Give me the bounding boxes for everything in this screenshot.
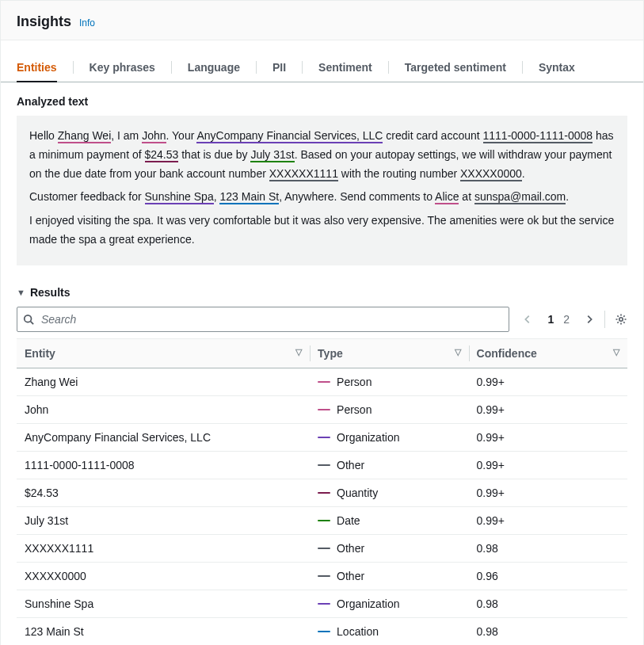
type-swatch (318, 631, 330, 633)
analyzed-paragraph-1: Hello Zhang Wei, I am John. Your AnyComp… (29, 127, 615, 183)
tab-separator (522, 61, 523, 74)
column-entity[interactable]: Entity▽ (17, 338, 310, 368)
table-row[interactable]: 123 Main StLocation0.98 (17, 617, 627, 645)
cell-confidence: 0.99+ (469, 395, 627, 423)
highlighted-entity: Sunshine Spa (145, 190, 214, 204)
table-row[interactable]: Sunshine SpaOrganization0.98 (17, 590, 627, 617)
type-swatch (318, 520, 330, 522)
separator (604, 311, 605, 328)
table-row[interactable]: XXXXXX1111Other0.98 (17, 534, 627, 562)
analyzed-paragraph-2: Customer feedback for Sunshine Spa, 123 … (29, 188, 615, 207)
table-row[interactable]: $24.53Quantity0.99+ (17, 479, 627, 506)
highlighted-entity: sunspa@mail.com (474, 190, 566, 204)
page-2[interactable]: 2 (563, 313, 570, 326)
search-wrapper (17, 307, 509, 332)
caret-down-icon: ▼ (17, 288, 25, 297)
table-body: Zhang WeiPerson0.99+JohnPerson0.99+AnyCo… (17, 368, 627, 645)
type-swatch (318, 437, 330, 439)
cell-confidence: 0.99+ (469, 423, 627, 451)
tab-key-phrases[interactable]: Key phrases (90, 53, 155, 82)
sort-icon: ▽ (295, 347, 302, 357)
highlighted-entity: AnyCompany Financial Services, LLC (196, 129, 383, 143)
panel-title: Insights (17, 13, 71, 30)
page-1[interactable]: 1 (547, 313, 554, 326)
table-row[interactable]: JohnPerson0.99+ (17, 395, 627, 423)
tab-sentiment[interactable]: Sentiment (318, 53, 372, 82)
cell-entity: XXXXX0000 (17, 562, 310, 590)
tabs-bar: EntitiesKey phrasesLanguagePIISentimentT… (1, 53, 643, 82)
cell-entity: $24.53 (17, 479, 310, 506)
tab-language[interactable]: Language (188, 53, 240, 82)
results-heading: Results (30, 286, 70, 299)
type-swatch (318, 409, 330, 411)
prev-page-button[interactable] (522, 314, 533, 325)
results-toggle[interactable]: ▼ Results (1, 278, 643, 307)
cell-entity: July 31st (17, 506, 310, 534)
tab-separator (256, 61, 257, 74)
cell-entity: John (17, 395, 310, 423)
table-row[interactable]: 1111-0000-1111-0008Other0.99+ (17, 451, 627, 479)
analyzed-section: Analyzed text Hello Zhang Wei, I am John… (1, 82, 643, 278)
cell-entity: AnyCompany Financial Services, LLC (17, 423, 310, 451)
cell-type: Other (310, 534, 468, 562)
column-confidence[interactable]: Confidence▽ (469, 338, 627, 368)
cell-type: Date (310, 506, 468, 534)
cell-confidence: 0.99+ (469, 451, 627, 479)
tab-separator (73, 61, 74, 74)
highlighted-entity: 123 Main St (219, 190, 279, 204)
cell-confidence: 0.98 (469, 590, 627, 617)
type-swatch (318, 492, 330, 494)
cell-confidence: 0.98 (469, 617, 627, 645)
cell-type: Organization (310, 590, 468, 617)
type-swatch (318, 548, 330, 550)
cell-entity: 123 Main St (17, 617, 310, 645)
table-row[interactable]: XXXXX0000Other0.96 (17, 562, 627, 590)
search-icon (23, 314, 34, 325)
cell-type: Location (310, 617, 468, 645)
sort-icon: ▽ (613, 347, 619, 357)
table-row[interactable]: Zhang WeiPerson0.99+ (17, 368, 627, 395)
tab-separator (171, 61, 172, 74)
insights-panel: Insights Info EntitiesKey phrasesLanguag… (0, 0, 644, 645)
settings-button[interactable] (615, 313, 627, 326)
highlighted-entity: Zhang Wei (58, 129, 111, 143)
svg-point-0 (25, 315, 32, 322)
cell-entity: Sunshine Spa (17, 590, 310, 617)
type-swatch (318, 464, 330, 467)
cell-confidence: 0.99+ (469, 506, 627, 534)
cell-type: Quantity (310, 479, 468, 506)
info-link[interactable]: Info (79, 17, 95, 29)
next-page-button[interactable] (584, 314, 595, 325)
cell-confidence: 0.98 (469, 534, 627, 562)
analyzed-heading: Analyzed text (17, 95, 627, 108)
tab-pii[interactable]: PII (272, 53, 286, 82)
table-row[interactable]: July 31stDate0.99+ (17, 506, 627, 534)
results-table: Entity▽Type▽Confidence▽ Zhang WeiPerson0… (17, 338, 627, 645)
table-row[interactable]: AnyCompany Financial Services, LLCOrgani… (17, 423, 627, 451)
cell-entity: 1111-0000-1111-0008 (17, 451, 310, 479)
panel-header: Insights Info (1, 1, 643, 40)
cell-confidence: 0.99+ (469, 368, 627, 395)
cell-entity: XXXXXX1111 (17, 534, 310, 562)
highlighted-entity: John (142, 129, 166, 143)
svg-point-2 (619, 318, 623, 321)
tab-separator (388, 61, 389, 74)
tab-entities[interactable]: Entities (17, 53, 57, 82)
highlighted-entity: July 31st (250, 148, 294, 162)
results-toolbar: 12 (1, 307, 643, 338)
sort-icon: ▽ (455, 347, 461, 357)
cell-type: Other (310, 562, 468, 590)
table-header-row: Entity▽Type▽Confidence▽ (17, 338, 627, 368)
tab-targeted-sentiment[interactable]: Targeted sentiment (405, 53, 506, 82)
column-type[interactable]: Type▽ (310, 338, 468, 368)
pagination: 12 (522, 311, 627, 328)
tab-syntax[interactable]: Syntax (539, 53, 575, 82)
cell-type: Person (310, 395, 468, 423)
search-input[interactable] (17, 307, 509, 332)
analyzed-text-box: Hello Zhang Wei, I am John. Your AnyComp… (17, 116, 627, 265)
highlighted-entity: $24.53 (145, 148, 179, 162)
highlighted-entity: Alice (435, 190, 459, 204)
type-swatch (318, 575, 330, 578)
cell-confidence: 0.99+ (469, 479, 627, 506)
cell-entity: Zhang Wei (17, 368, 310, 395)
